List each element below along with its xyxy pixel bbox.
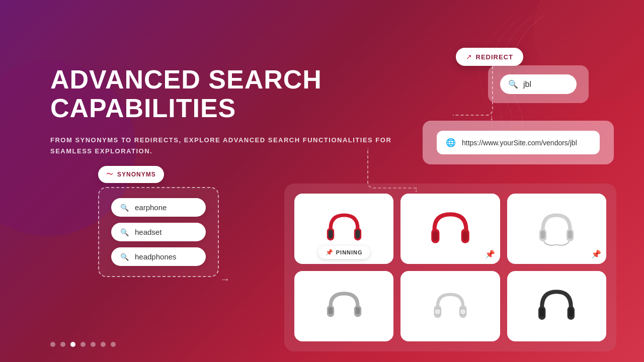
synonym-item-headset[interactable]: 🔍 headset xyxy=(111,223,206,241)
headphone-image-1 xyxy=(321,206,367,251)
product-grid: 📌 PINNING 📌 xyxy=(294,194,606,341)
search-card: 🔍 jbl xyxy=(488,65,589,103)
synonym-text-headphones: headphones xyxy=(135,252,177,261)
synonyms-container: 〜 SYNONYMS 🔍 earphone 🔍 headset 🔍 headph… xyxy=(98,166,219,277)
dot-6[interactable] xyxy=(101,342,106,347)
synonym-text-headset: headset xyxy=(135,228,162,236)
dot-1[interactable] xyxy=(50,342,55,347)
pin-icon-3: 📌 xyxy=(591,249,601,259)
pinning-badge: 📌 PINNING xyxy=(318,246,370,259)
synonyms-label: SYNONYMS xyxy=(117,171,156,178)
svg-rect-6 xyxy=(433,231,438,241)
arrow-right-icon: → xyxy=(220,274,230,285)
dot-5[interactable] xyxy=(91,342,96,347)
search-icon-3: 🔍 xyxy=(120,253,129,261)
dot-4[interactable] xyxy=(80,342,86,347)
url-text: https://www.yourSite.com/vendors/jbl xyxy=(462,139,577,147)
headphone-image-6 xyxy=(534,284,579,329)
page-title: ADVANCED SEARCH CAPABILITIES xyxy=(50,65,403,123)
svg-point-19 xyxy=(460,309,466,315)
pin-icon-badge: 📌 xyxy=(326,249,333,256)
synonyms-icon: 〜 xyxy=(106,170,113,179)
redirect-label: REDIRECT xyxy=(476,53,513,61)
pagination-dots xyxy=(50,342,116,347)
svg-rect-3 xyxy=(355,230,360,239)
svg-rect-15 xyxy=(355,307,360,314)
synonym-item-earphone[interactable]: 🔍 earphone xyxy=(111,198,206,217)
dot-2[interactable] xyxy=(60,342,65,347)
search-icon-2: 🔍 xyxy=(120,228,129,236)
product-card-3[interactable]: 📌 xyxy=(507,194,606,264)
svg-rect-2 xyxy=(328,230,333,239)
product-card-6[interactable] xyxy=(507,271,606,341)
svg-rect-14 xyxy=(328,307,333,314)
product-card-1[interactable]: 📌 PINNING xyxy=(294,194,393,264)
globe-icon: 🌐 xyxy=(446,138,456,147)
url-row[interactable]: 🌐 https://www.yourSite.com/vendors/jbl xyxy=(437,131,600,154)
page-subtitle: FROM SYNONYMS TO REDIRECTS, EXPLORE ADVA… xyxy=(50,135,403,157)
svg-rect-23 xyxy=(569,308,574,317)
svg-rect-11 xyxy=(568,231,573,239)
synonyms-dashed-box: 🔍 earphone 🔍 headset 🔍 headphones → xyxy=(98,187,219,277)
svg-rect-22 xyxy=(540,308,544,317)
search-main-icon: 🔍 xyxy=(508,79,518,89)
dashed-line-2 xyxy=(367,148,418,189)
headphone-image-3 xyxy=(534,206,579,251)
dashed-line-1 xyxy=(453,65,493,116)
synonym-item-headphones[interactable]: 🔍 headphones xyxy=(111,247,206,266)
headphone-image-4 xyxy=(321,284,367,329)
redirect-pill[interactable]: ↗ REDIRECT xyxy=(456,48,523,66)
svg-rect-10 xyxy=(541,231,545,239)
product-card-4[interactable] xyxy=(294,271,393,341)
search-input-row[interactable]: 🔍 jbl xyxy=(500,74,577,94)
svg-point-18 xyxy=(434,309,441,315)
search-input-value: jbl xyxy=(523,80,531,89)
product-card-5[interactable] xyxy=(400,271,500,341)
synonyms-badge: 〜 SYNONYMS xyxy=(98,166,164,183)
product-grid-container: 📌 PINNING 📌 xyxy=(284,184,616,351)
headphone-image-5 xyxy=(428,284,473,329)
pin-icon-2: 📌 xyxy=(485,249,495,259)
left-content: ADVANCED SEARCH CAPABILITIES FROM SYNONY… xyxy=(50,65,403,157)
dot-7[interactable] xyxy=(111,342,116,347)
pinning-label: PINNING xyxy=(336,249,363,255)
headphone-image-2 xyxy=(428,206,473,251)
synonym-text-earphone: earphone xyxy=(135,203,167,212)
svg-rect-7 xyxy=(462,231,468,241)
product-card-2[interactable]: 📌 xyxy=(400,194,500,264)
dot-3[interactable] xyxy=(70,342,75,347)
url-card: 🌐 https://www.yourSite.com/vendors/jbl xyxy=(423,121,614,164)
search-icon-1: 🔍 xyxy=(120,204,129,212)
redirect-icon: ↗ xyxy=(466,53,472,61)
